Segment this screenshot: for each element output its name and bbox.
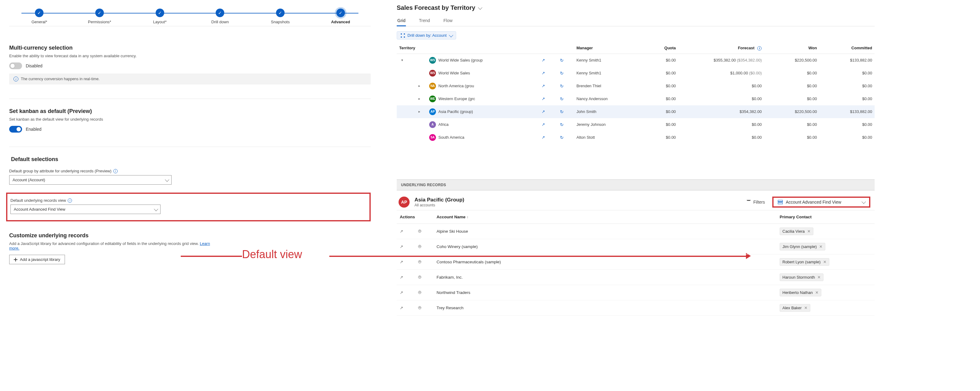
kanban-toggle[interactable] [9, 126, 22, 133]
history-icon[interactable] [559, 57, 565, 64]
table-row[interactable]: Alpine Ski HouseCacilia Viera ✕ [397, 224, 875, 239]
add-icon[interactable] [418, 306, 421, 309]
manager-cell: Jeremy Johnson [574, 118, 635, 131]
table-row[interactable]: ▾WSWorld Wide Sales (groupKenny Smith1$0… [397, 54, 875, 67]
add-icon[interactable] [418, 260, 421, 263]
forecast-cell: $354,382.00 [678, 105, 764, 118]
open-record-icon[interactable] [540, 134, 547, 141]
contact-chip[interactable]: Haroun Stormonth ✕ [780, 273, 824, 281]
open-record-icon[interactable] [400, 244, 403, 249]
history-icon[interactable] [559, 70, 565, 76]
info-icon[interactable]: i [113, 169, 118, 173]
tab-grid[interactable]: Grid [397, 16, 406, 26]
step-label: Layout* [130, 20, 190, 24]
expand-icon[interactable]: ▸ [417, 84, 422, 89]
section-title: Multi-currency selection [9, 45, 371, 51]
col-committed[interactable]: Committed [819, 43, 875, 54]
group-by-select[interactable]: Account (Account) [9, 175, 172, 184]
add-js-library-button[interactable]: Add a javascript library [9, 255, 65, 264]
remove-icon[interactable]: ✕ [819, 244, 822, 249]
table-row[interactable]: WSWorld Wide SalesKenny Smith1$0.00$1,00… [397, 67, 875, 79]
table-row[interactable]: Coho Winery (sample)Jim Glynn (sample) ✕ [397, 239, 875, 254]
select-value: Account (Account) [13, 178, 45, 182]
sort-asc-icon: ↑ [467, 215, 469, 219]
table-row[interactable]: Northwind TradersHeriberto Nathan ✕ [397, 285, 875, 300]
multi-currency-toggle[interactable] [9, 62, 22, 69]
expand-icon[interactable]: ▸ [417, 109, 422, 114]
section-customize-underlying: Customize underlying records Add a JavaS… [9, 232, 371, 264]
table-row[interactable]: ▸WEWestern Europe (grcNancy Andersson$0.… [397, 92, 875, 105]
open-record-icon[interactable] [540, 109, 547, 115]
info-icon[interactable]: i [757, 46, 762, 51]
table-row[interactable]: AAfricaJeremy Johnson$0.00$0.00$0.00$0.0… [397, 118, 875, 131]
open-record-icon[interactable] [400, 260, 403, 264]
default-view-select[interactable]: Account Advanced Find View [10, 205, 161, 214]
add-icon[interactable] [418, 276, 421, 279]
table-row[interactable]: Contoso Pharmaceuticals (sample)Robert L… [397, 254, 875, 269]
open-record-icon[interactable] [400, 305, 403, 310]
col-won[interactable]: Won [764, 43, 819, 54]
open-record-icon[interactable] [540, 83, 547, 89]
remove-icon[interactable]: ✕ [823, 260, 827, 264]
remove-icon[interactable]: ✕ [804, 305, 808, 310]
open-record-icon[interactable] [400, 275, 403, 280]
step-permissions[interactable]: ✓ Permissions* [70, 6, 130, 24]
open-record-icon[interactable] [400, 229, 403, 234]
col-forecast[interactable]: Forecast i [678, 43, 764, 54]
account-name-cell: Coho Winery (sample) [433, 239, 776, 254]
remove-icon[interactable]: ✕ [815, 290, 819, 295]
default-view-highlight: Default underlying records view i Accoun… [6, 192, 371, 221]
contact-chip[interactable]: Robert Lyon (sample) ✕ [780, 258, 829, 266]
remove-icon[interactable]: ✕ [807, 229, 811, 234]
add-icon[interactable] [418, 245, 421, 248]
forecast-cell: $0.00 [678, 118, 764, 131]
step-layout[interactable]: ✓ Layout* [130, 6, 190, 24]
col-territory[interactable]: Territory [397, 43, 537, 54]
table-row[interactable]: SASouth AmericaAlton Stott$0.00$0.00$0.0… [397, 131, 875, 144]
tab-flow[interactable]: Flow [443, 16, 453, 26]
step-drilldown[interactable]: ✓ Drill down [190, 6, 250, 24]
col-account[interactable]: Account Name↑ [433, 210, 776, 224]
col-quota[interactable]: Quota [635, 43, 678, 54]
annotation-line [181, 256, 242, 257]
table-row[interactable]: Trey ResearchAlex Baker ✕ [397, 300, 875, 315]
open-record-icon[interactable] [540, 57, 547, 64]
step-advanced[interactable]: ✓ Advanced [310, 6, 371, 24]
step-snapshots[interactable]: ✓ Snapshots [250, 6, 311, 24]
open-record-icon[interactable] [540, 122, 547, 128]
table-row[interactable]: ▸NANorth America (grouBrenden Thiel$0.00… [397, 79, 875, 92]
contact-chip[interactable]: Jim Glynn (sample) ✕ [780, 243, 825, 250]
won-cell: $0.00 [764, 92, 819, 105]
col-contact[interactable]: Primary Contact [776, 210, 875, 224]
history-icon[interactable] [559, 122, 565, 128]
collapse-icon[interactable]: ▾ [400, 58, 405, 63]
history-icon[interactable] [559, 134, 565, 141]
open-record-icon[interactable] [540, 96, 547, 102]
add-icon[interactable] [418, 230, 421, 233]
forecast-title-row[interactable]: Sales Forecast by Territory [397, 4, 875, 11]
filters-button[interactable]: Filters [744, 199, 767, 206]
select-value: Account Advanced Find View [14, 207, 65, 211]
contact-chip[interactable]: Cacilia Viera ✕ [780, 227, 813, 235]
underlying-header: AP Asia Pacific (Group) All accounts Fil… [397, 191, 875, 210]
contact-chip[interactable]: Alex Baker ✕ [780, 304, 810, 312]
history-icon[interactable] [559, 83, 565, 89]
drill-down-pill[interactable]: Drill down by: Account [397, 31, 456, 40]
col-manager[interactable]: Manager [574, 43, 635, 54]
tab-trend[interactable]: Trend [418, 16, 430, 26]
open-record-icon[interactable] [400, 290, 403, 295]
table-row[interactable]: ▸APAsia Pacific (group)John Smith$0.00$3… [397, 105, 875, 118]
committed-cell: $0.00 [819, 131, 875, 144]
open-record-icon[interactable] [540, 70, 547, 76]
add-icon[interactable] [418, 291, 421, 294]
view-picker[interactable]: Account Advanced Find View [772, 197, 870, 208]
history-icon[interactable] [559, 109, 565, 115]
remove-icon[interactable]: ✕ [817, 275, 821, 280]
history-icon[interactable] [559, 96, 565, 102]
table-row[interactable]: Fabrikam, Inc.Haroun Stormonth ✕ [397, 269, 875, 285]
contact-chip[interactable]: Heriberto Nathan ✕ [780, 289, 821, 296]
step-general[interactable]: ✓ General* [9, 6, 70, 24]
info-text: The currency conversion happens in real-… [21, 77, 100, 81]
info-icon[interactable]: i [68, 199, 72, 203]
expand-icon[interactable]: ▸ [417, 97, 422, 101]
